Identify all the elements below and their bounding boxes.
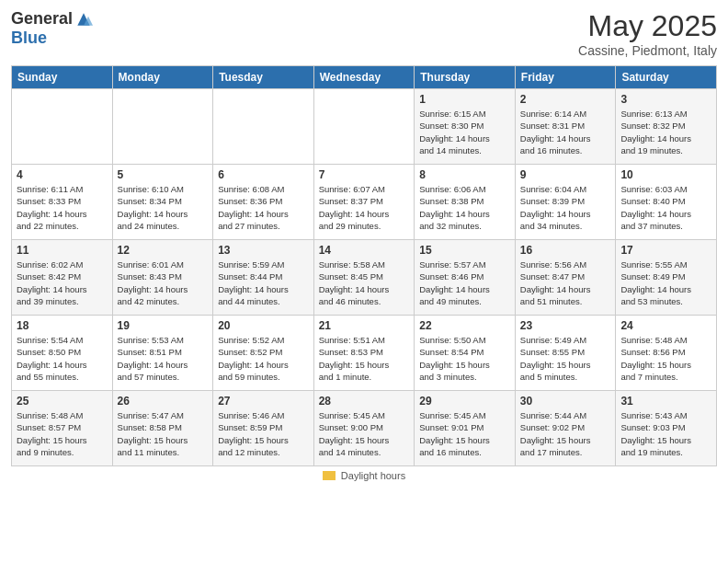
day-info: Sunrise: 5:56 AM Sunset: 8:47 PM Dayligh…	[520, 259, 611, 307]
day-info: Sunrise: 5:51 AM Sunset: 8:53 PM Dayligh…	[319, 334, 410, 383]
day-number: 24	[620, 319, 711, 332]
day-number: 13	[218, 244, 309, 257]
main-container: General Blue May 2025 Cassine, Piedmont,…	[0, 0, 728, 563]
calendar-cell: 26Sunrise: 5:47 AM Sunset: 8:58 PM Dayli…	[112, 391, 213, 466]
calendar-cell: 18Sunrise: 5:54 AM Sunset: 8:50 PM Dayli…	[12, 316, 113, 391]
calendar-day-header: Tuesday	[213, 66, 314, 89]
day-info: Sunrise: 6:08 AM Sunset: 8:36 PM Dayligh…	[218, 183, 309, 232]
calendar-cell	[112, 89, 213, 165]
day-number: 6	[218, 168, 309, 181]
day-info: Sunrise: 6:14 AM Sunset: 8:31 PM Dayligh…	[520, 108, 611, 156]
logo-icon	[74, 10, 93, 29]
day-number: 4	[17, 168, 108, 181]
header: General Blue May 2025 Cassine, Piedmont,…	[11, 9, 717, 58]
day-number: 20	[218, 319, 309, 332]
day-info: Sunrise: 5:43 AM Sunset: 9:03 PM Dayligh…	[620, 409, 711, 458]
day-number: 8	[419, 168, 510, 181]
day-info: Sunrise: 6:07 AM Sunset: 8:37 PM Dayligh…	[319, 183, 410, 232]
day-number: 17	[620, 244, 711, 257]
calendar-cell: 20Sunrise: 5:52 AM Sunset: 8:52 PM Dayli…	[213, 316, 314, 391]
day-info: Sunrise: 5:50 AM Sunset: 8:54 PM Dayligh…	[419, 334, 510, 383]
calendar-cell: 7Sunrise: 6:07 AM Sunset: 8:37 PM Daylig…	[313, 165, 415, 240]
day-number: 30	[520, 395, 611, 408]
calendar-cell: 11Sunrise: 6:02 AM Sunset: 8:42 PM Dayli…	[12, 240, 113, 316]
calendar-cell: 2Sunrise: 6:14 AM Sunset: 8:31 PM Daylig…	[515, 89, 616, 165]
calendar-cell: 4Sunrise: 6:11 AM Sunset: 8:33 PM Daylig…	[12, 165, 113, 240]
calendar-cell	[213, 89, 314, 165]
day-info: Sunrise: 5:58 AM Sunset: 8:45 PM Dayligh…	[319, 259, 410, 307]
calendar-cell: 29Sunrise: 5:45 AM Sunset: 9:01 PM Dayli…	[415, 391, 516, 466]
calendar-day-header: Thursday	[415, 66, 516, 89]
calendar-cell: 8Sunrise: 6:06 AM Sunset: 8:38 PM Daylig…	[415, 165, 516, 240]
day-info: Sunrise: 5:54 AM Sunset: 8:50 PM Dayligh…	[17, 334, 108, 383]
day-info: Sunrise: 5:47 AM Sunset: 8:58 PM Dayligh…	[118, 409, 209, 458]
day-info: Sunrise: 6:13 AM Sunset: 8:32 PM Dayligh…	[620, 108, 711, 156]
title-section: May 2025 Cassine, Piedmont, Italy	[578, 9, 717, 58]
day-number: 21	[319, 319, 410, 332]
day-number: 26	[118, 395, 209, 408]
day-number: 16	[520, 244, 611, 257]
day-number: 9	[520, 168, 611, 181]
calendar-week-row: 18Sunrise: 5:54 AM Sunset: 8:50 PM Dayli…	[12, 316, 717, 391]
calendar-day-header: Monday	[112, 66, 213, 89]
calendar-day-header: Saturday	[616, 66, 717, 89]
day-info: Sunrise: 5:57 AM Sunset: 8:46 PM Dayligh…	[419, 259, 510, 307]
day-info: Sunrise: 5:46 AM Sunset: 8:59 PM Dayligh…	[218, 409, 309, 458]
day-number: 1	[419, 93, 510, 106]
calendar-cell: 6Sunrise: 6:08 AM Sunset: 8:36 PM Daylig…	[213, 165, 314, 240]
calendar-header-row: SundayMondayTuesdayWednesdayThursdayFrid…	[12, 66, 717, 89]
calendar-cell: 9Sunrise: 6:04 AM Sunset: 8:39 PM Daylig…	[515, 165, 616, 240]
day-number: 11	[17, 244, 108, 257]
day-info: Sunrise: 6:02 AM Sunset: 8:42 PM Dayligh…	[17, 259, 108, 307]
day-number: 2	[520, 93, 611, 106]
day-number: 3	[620, 93, 711, 106]
calendar-week-row: 25Sunrise: 5:48 AM Sunset: 8:57 PM Dayli…	[12, 391, 717, 466]
day-info: Sunrise: 6:01 AM Sunset: 8:43 PM Dayligh…	[118, 259, 209, 307]
daylight-icon	[323, 471, 336, 480]
day-info: Sunrise: 5:48 AM Sunset: 8:57 PM Dayligh…	[17, 409, 108, 458]
calendar-table: SundayMondayTuesdayWednesdayThursdayFrid…	[11, 65, 717, 466]
calendar-cell: 25Sunrise: 5:48 AM Sunset: 8:57 PM Dayli…	[12, 391, 113, 466]
calendar-cell: 22Sunrise: 5:50 AM Sunset: 8:54 PM Dayli…	[415, 316, 516, 391]
calendar-cell: 12Sunrise: 6:01 AM Sunset: 8:43 PM Dayli…	[112, 240, 213, 316]
footer: Daylight hours	[11, 470, 717, 481]
day-info: Sunrise: 5:55 AM Sunset: 8:49 PM Dayligh…	[620, 259, 711, 307]
day-number: 27	[218, 395, 309, 408]
calendar-cell: 13Sunrise: 5:59 AM Sunset: 8:44 PM Dayli…	[213, 240, 314, 316]
calendar-cell: 17Sunrise: 5:55 AM Sunset: 8:49 PM Dayli…	[616, 240, 717, 316]
day-number: 5	[118, 168, 209, 181]
calendar-cell: 21Sunrise: 5:51 AM Sunset: 8:53 PM Dayli…	[313, 316, 415, 391]
location-subtitle: Cassine, Piedmont, Italy	[578, 43, 717, 58]
day-number: 25	[17, 395, 108, 408]
daylight-label: Daylight hours	[341, 470, 405, 481]
logo-text: General	[11, 9, 93, 29]
calendar-cell	[313, 89, 415, 165]
calendar-cell: 16Sunrise: 5:56 AM Sunset: 8:47 PM Dayli…	[515, 240, 616, 316]
day-number: 14	[319, 244, 410, 257]
calendar-cell: 15Sunrise: 5:57 AM Sunset: 8:46 PM Dayli…	[415, 240, 516, 316]
day-info: Sunrise: 5:49 AM Sunset: 8:55 PM Dayligh…	[520, 334, 611, 383]
day-info: Sunrise: 5:45 AM Sunset: 9:00 PM Dayligh…	[319, 409, 410, 458]
day-info: Sunrise: 5:52 AM Sunset: 8:52 PM Dayligh…	[218, 334, 309, 383]
calendar-cell	[12, 89, 113, 165]
calendar-week-row: 11Sunrise: 6:02 AM Sunset: 8:42 PM Dayli…	[12, 240, 717, 316]
day-info: Sunrise: 6:10 AM Sunset: 8:34 PM Dayligh…	[118, 183, 209, 232]
day-number: 7	[319, 168, 410, 181]
calendar-cell: 5Sunrise: 6:10 AM Sunset: 8:34 PM Daylig…	[112, 165, 213, 240]
day-info: Sunrise: 5:45 AM Sunset: 9:01 PM Dayligh…	[419, 409, 510, 458]
day-number: 22	[419, 319, 510, 332]
day-info: Sunrise: 5:44 AM Sunset: 9:02 PM Dayligh…	[520, 409, 611, 458]
calendar-week-row: 1Sunrise: 6:15 AM Sunset: 8:30 PM Daylig…	[12, 89, 717, 165]
day-info: Sunrise: 6:11 AM Sunset: 8:33 PM Dayligh…	[17, 183, 108, 232]
logo-blue: Blue	[11, 29, 47, 48]
logo-general: General	[11, 9, 73, 29]
day-info: Sunrise: 6:06 AM Sunset: 8:38 PM Dayligh…	[419, 183, 510, 232]
calendar-cell: 28Sunrise: 5:45 AM Sunset: 9:00 PM Dayli…	[313, 391, 415, 466]
logo: General Blue	[11, 9, 93, 48]
day-number: 28	[319, 395, 410, 408]
calendar-day-header: Wednesday	[313, 66, 415, 89]
day-number: 31	[620, 395, 711, 408]
calendar-cell: 14Sunrise: 5:58 AM Sunset: 8:45 PM Dayli…	[313, 240, 415, 316]
day-number: 12	[118, 244, 209, 257]
calendar-cell: 31Sunrise: 5:43 AM Sunset: 9:03 PM Dayli…	[616, 391, 717, 466]
